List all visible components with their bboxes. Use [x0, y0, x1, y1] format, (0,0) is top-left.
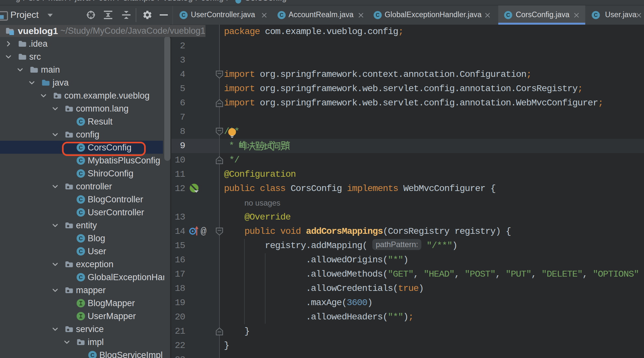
svg-text:C: C — [79, 248, 83, 255]
svg-text:C: C — [79, 171, 83, 177]
svg-text:C: C — [376, 12, 380, 18]
svg-text:C: C — [79, 235, 83, 242]
svg-text:C: C — [594, 12, 598, 18]
svg-text:C: C — [79, 197, 83, 203]
svg-text:C: C — [79, 158, 83, 164]
svg-text:C: C — [506, 12, 510, 18]
svg-text:C: C — [280, 12, 284, 18]
svg-text:C: C — [91, 352, 94, 358]
svg-text:C: C — [79, 119, 83, 125]
svg-text:C: C — [79, 209, 83, 216]
svg-text:C: C — [182, 12, 186, 18]
svg-text:C: C — [79, 274, 83, 280]
